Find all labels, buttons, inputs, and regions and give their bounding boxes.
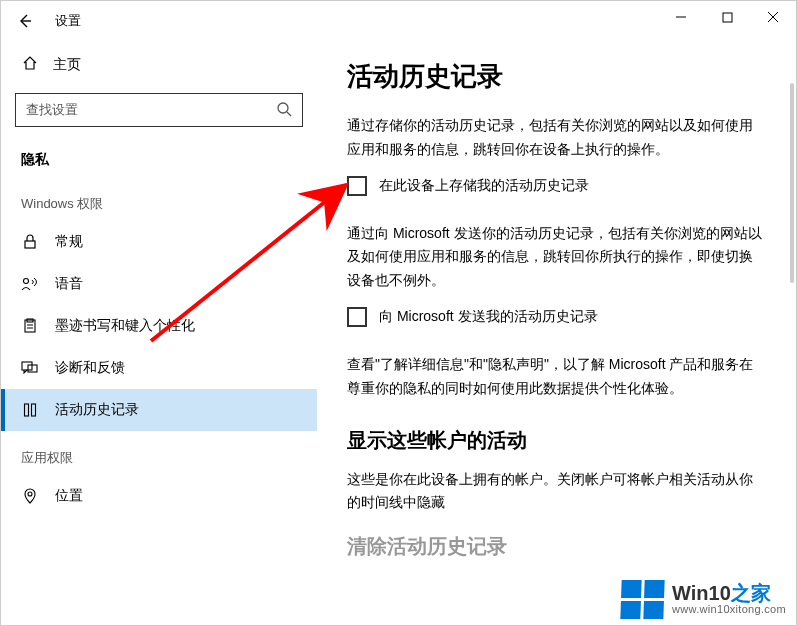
page-title: 活动历史记录: [347, 59, 766, 94]
nav-label: 常规: [55, 233, 83, 251]
windows-logo-icon: [620, 580, 664, 619]
store-activity-checkbox[interactable]: [347, 176, 367, 196]
search-icon: [276, 101, 292, 120]
sidebar: 主页 查找设置 隐私 Windows 权限 常规 语音 墨迹: [1, 41, 317, 626]
send-ms-paragraph: 通过向 Microsoft 发送你的活动历史记录，包括有关你浏览的网站以及如何使…: [347, 222, 766, 293]
nav-label: 位置: [55, 487, 83, 505]
scrollbar[interactable]: [788, 83, 794, 625]
lock-icon: [21, 234, 39, 250]
send-ms-label: 向 Microsoft 发送我的活动历史记录: [379, 308, 598, 326]
svg-point-2: [278, 103, 288, 113]
watermark-url: www.win10xitong.com: [672, 604, 786, 616]
speech-icon: [21, 276, 39, 292]
svg-rect-10: [22, 362, 32, 370]
location-icon: [21, 488, 39, 504]
accounts-paragraph: 这些是你在此设备上拥有的帐户。关闭帐户可将帐户相关活动从你的时间线中隐藏: [347, 468, 766, 516]
maximize-button[interactable]: [704, 1, 750, 33]
minimize-button[interactable]: [658, 1, 704, 33]
window-controls: [658, 1, 796, 33]
store-activity-label: 在此设备上存储我的活动历史记录: [379, 177, 589, 195]
search-placeholder: 查找设置: [26, 101, 78, 119]
section-app-permissions: 应用权限: [1, 431, 317, 475]
svg-line-3: [287, 112, 291, 116]
svg-rect-4: [25, 241, 35, 248]
clipboard-icon: [21, 318, 39, 334]
svg-rect-12: [25, 404, 29, 416]
nav-label: 诊断和反馈: [55, 359, 125, 377]
watermark: Win10之家 www.win10xitong.com: [621, 580, 786, 619]
window-title: 设置: [49, 12, 81, 30]
send-ms-checkbox[interactable]: [347, 307, 367, 327]
accounts-heading: 显示这些帐户的活动: [347, 427, 766, 454]
nav-speech[interactable]: 语音: [1, 263, 317, 305]
store-activity-checkbox-row[interactable]: 在此设备上存储我的活动历史记录: [347, 176, 766, 196]
nav-label: 墨迹书写和键入个性化: [55, 317, 195, 335]
svg-point-14: [28, 492, 32, 496]
svg-rect-1: [723, 13, 732, 22]
intro-paragraph: 通过存储你的活动历史记录，包括有关你浏览的网站以及如何使用应用和服务的信息，跳转…: [347, 114, 766, 162]
content-area: 活动历史记录 通过存储你的活动历史记录，包括有关你浏览的网站以及如何使用应用和服…: [317, 41, 796, 626]
sidebar-category: 隐私: [1, 141, 317, 177]
home-link[interactable]: 主页: [1, 45, 317, 85]
scrollbar-thumb[interactable]: [790, 83, 794, 283]
titlebar: 设置: [1, 1, 796, 41]
home-icon: [21, 55, 39, 75]
nav-label: 语音: [55, 275, 83, 293]
nav-diagnostics[interactable]: 诊断和反馈: [1, 347, 317, 389]
svg-rect-13: [32, 404, 36, 416]
nav-location[interactable]: 位置: [1, 475, 317, 517]
nav-general[interactable]: 常规: [1, 221, 317, 263]
close-button[interactable]: [750, 1, 796, 33]
nav-ink[interactable]: 墨迹书写和键入个性化: [1, 305, 317, 347]
activity-icon: [21, 402, 39, 418]
search-input[interactable]: 查找设置: [15, 93, 303, 127]
back-button[interactable]: [1, 1, 49, 41]
home-label: 主页: [53, 56, 81, 74]
watermark-brand: Win10之家: [672, 583, 786, 604]
feedback-icon: [21, 360, 39, 376]
nav-activity-history[interactable]: 活动历史记录: [1, 389, 317, 431]
nav-label: 活动历史记录: [55, 401, 139, 419]
send-ms-checkbox-row[interactable]: 向 Microsoft 发送我的活动历史记录: [347, 307, 766, 327]
svg-point-5: [24, 279, 29, 284]
clear-history-heading: 清除活动历史记录: [347, 533, 766, 560]
privacy-links-paragraph: 查看"了解详细信息"和"隐私声明"，以了解 Microsoft 产品和服务在尊重…: [347, 353, 766, 401]
section-windows-permissions: Windows 权限: [1, 177, 317, 221]
back-arrow-icon: [17, 13, 33, 29]
